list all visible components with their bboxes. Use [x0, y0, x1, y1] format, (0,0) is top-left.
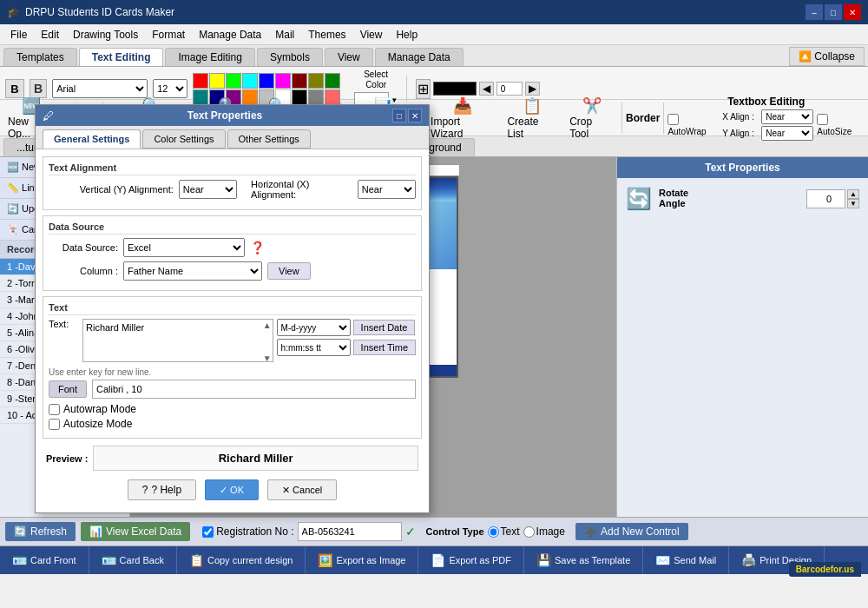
collapse-button[interactable]: 🔼 Collapse [789, 47, 865, 66]
tab-manage-data[interactable]: Manage Data [375, 48, 464, 66]
autosize-checkbox-label: AutoSize [817, 114, 865, 136]
scroll-down-arrow[interactable]: ▼ [263, 354, 272, 363]
nav-export-pdf[interactable]: 📄 Export as PDF [418, 546, 524, 574]
dialog-maximize-btn[interactable]: □ [392, 109, 406, 122]
color-olive[interactable] [308, 73, 324, 89]
nav-send-mail[interactable]: ✉️ Send Mail [643, 546, 729, 574]
send-mail-icon: ✉️ [655, 553, 670, 567]
autosize-mode-checkbox[interactable] [49, 419, 60, 430]
column-select[interactable]: Father NameFirst NameLast Name [123, 261, 262, 281]
save-template-icon: 💾 [536, 553, 551, 567]
font-button[interactable]: Font [49, 380, 87, 398]
tab-text-editing[interactable]: Text Editing [79, 48, 164, 66]
tab-templates[interactable]: Templates [3, 48, 77, 66]
x-align-label: X Align : [722, 112, 759, 122]
help-icon[interactable]: ❓ [250, 241, 265, 254]
color-green[interactable] [325, 73, 340, 89]
dialog-tab-general[interactable]: General Settings [43, 129, 141, 149]
rotate-up-btn[interactable]: ▲ [847, 189, 859, 199]
autowrap-checkbox[interactable] [667, 114, 679, 125]
copy-design-icon: 📋 [189, 553, 204, 567]
menu-file[interactable]: File [3, 27, 34, 43]
border-section: Border [626, 112, 660, 124]
insert-time-btn[interactable]: Insert Time [353, 340, 416, 355]
dialog-help-btn[interactable]: ? ? Help [128, 479, 196, 500]
date-format-select[interactable]: M-d-yyyy [277, 319, 351, 336]
view-btn[interactable]: View [267, 262, 311, 280]
insert-date-btn[interactable]: Insert Date [353, 320, 416, 335]
export-image-icon: 🖼️ [318, 553, 332, 567]
y-align-select[interactable]: NearCenterFar [761, 126, 813, 141]
maximize-button[interactable]: □ [825, 4, 842, 20]
rotate-down-btn[interactable]: ▼ [847, 199, 859, 208]
time-row: h:mm:ss tt Insert Time [277, 339, 416, 356]
datasource-select[interactable]: ExcelCSVDatabase [123, 238, 245, 257]
dialog-close-btn[interactable]: ✕ [408, 109, 422, 122]
image-radio[interactable] [523, 526, 535, 538]
reg-no-input[interactable] [298, 522, 402, 541]
time-format-select[interactable]: h:mm:ss tt [277, 339, 351, 356]
menu-edit[interactable]: Edit [34, 27, 66, 43]
vertical-align-select[interactable]: NearCenterFar [179, 180, 237, 199]
menu-format[interactable]: Format [145, 27, 192, 43]
autowrap-checkbox-label: AutoWrap [667, 114, 719, 136]
color-yellow[interactable] [209, 73, 225, 89]
tab-image-editing[interactable]: Image Editing [165, 48, 254, 66]
text-alignment-title: Text Alignment [49, 162, 416, 175]
rotate-angle-input[interactable] [806, 189, 845, 208]
tab-view[interactable]: View [325, 48, 373, 66]
text-textarea[interactable]: Richard Miller [82, 319, 273, 362]
close-button[interactable]: ✕ [844, 4, 861, 20]
dialog-cancel-btn[interactable]: ✕ Cancel [267, 479, 337, 500]
color-cyan[interactable] [242, 73, 258, 89]
nav-copy-design[interactable]: 📋 Copy current design [177, 546, 306, 574]
nav-card-back[interactable]: 🪪 Card Back [89, 546, 177, 574]
create-list-btn[interactable]: 📋 Create List [503, 95, 562, 142]
text-radio[interactable] [488, 526, 499, 538]
dialog-ok-btn[interactable]: ✓ OK [205, 479, 259, 500]
reg-confirm-icon[interactable]: ✓ [405, 525, 416, 539]
column-row: Column : Father NameFirst NameLast Name … [49, 261, 416, 281]
color-lime[interactable] [226, 73, 241, 89]
scroll-up-arrow[interactable]: ▲ [263, 321, 272, 330]
text-radio-label: Text [488, 525, 520, 538]
minimize-button[interactable]: – [806, 4, 823, 20]
app-icon: 🎓 [7, 6, 20, 18]
nav-card-front[interactable]: 🪪 Card Front [0, 546, 89, 574]
autowrap-mode-label: Autowrap Mode [63, 403, 136, 415]
view-excel-button[interactable]: 📊 View Excel Data [81, 522, 190, 541]
menu-mail[interactable]: Mail [268, 27, 301, 43]
nav-save-template-label: Save as Template [555, 555, 630, 565]
nav-export-image[interactable]: 🖼️ Export as Image [306, 546, 418, 574]
excel-icon: 📊 [89, 525, 102, 538]
tab-symbols[interactable]: Symbols [257, 48, 323, 66]
nav-export-image-label: Export as Image [336, 555, 405, 565]
dialog-title: Text Properties [187, 109, 262, 122]
import-wizard-btn[interactable]: 📥 Import Wizard [426, 95, 499, 142]
x-align-select[interactable]: NearCenterFar [761, 109, 813, 124]
menu-view[interactable]: View [353, 27, 390, 43]
menu-manage-data[interactable]: Manage Data [192, 27, 268, 43]
vertical-align-label: Vertical (Y) Alignment: [49, 184, 174, 195]
dialog-tab-other[interactable]: Other Settings [227, 129, 311, 149]
date-time-btns: M-d-yyyy Insert Date h:mm:ss tt Insert T… [277, 319, 416, 356]
refresh-button[interactable]: 🔄 Refresh [5, 522, 76, 541]
rotate-label: RotateAngle [659, 188, 688, 208]
add-new-control-button[interactable]: ➕ Add New Control [575, 523, 688, 540]
autowrap-mode-checkbox[interactable] [49, 404, 60, 415]
dialog-tab-color[interactable]: Color Settings [142, 129, 225, 149]
color-darkred[interactable] [292, 73, 307, 89]
color-blue[interactable] [259, 73, 274, 89]
menu-help[interactable]: Help [389, 27, 424, 43]
color-magenta[interactable] [275, 73, 291, 89]
menu-drawing-tools[interactable]: Drawing Tools [66, 27, 145, 43]
autosize-checkbox[interactable] [817, 114, 828, 125]
reg-checkbox[interactable] [202, 526, 214, 538]
horizontal-align-select[interactable]: NearCenterFar [358, 180, 416, 199]
nav-export-pdf-label: Export as PDF [449, 555, 511, 565]
menu-themes[interactable]: Themes [301, 27, 352, 43]
color-red[interactable] [193, 73, 208, 89]
help-btn-icon: ? [142, 484, 148, 496]
nav-save-template[interactable]: 💾 Save as Template [524, 546, 643, 574]
crop-tool-btn[interactable]: ✂️ Crop Tool [565, 95, 618, 142]
